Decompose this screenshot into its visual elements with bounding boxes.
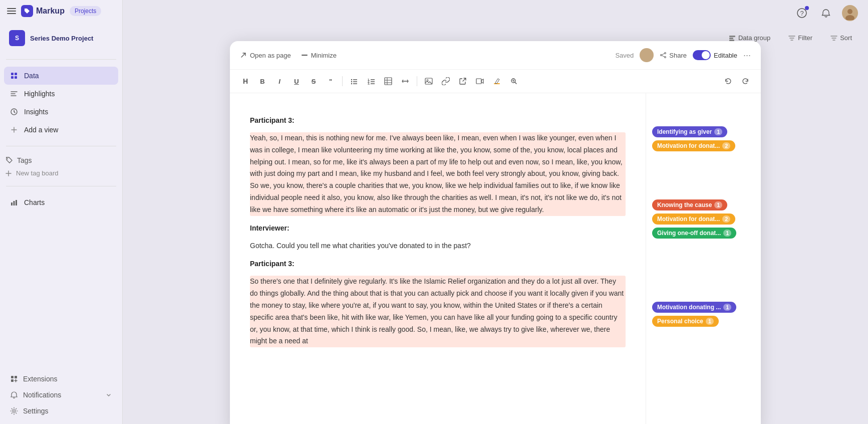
open-as-page-label: Open as page xyxy=(250,52,291,59)
svg-point-27 xyxy=(351,83,352,84)
quote-button[interactable]: " xyxy=(323,74,338,89)
tag-count: 1 xyxy=(723,304,731,311)
redo-button[interactable] xyxy=(738,74,753,89)
tag-label: Motivation for donat... xyxy=(657,216,720,223)
sidebar-item-extensions[interactable]: Extensions xyxy=(5,371,117,387)
svg-point-33 xyxy=(427,80,428,81)
external-link-button[interactable] xyxy=(455,74,470,89)
heading-button[interactable]: H xyxy=(238,74,253,89)
svg-rect-21 xyxy=(302,55,308,56)
data-group-icon xyxy=(729,35,736,42)
doc-avatar xyxy=(640,48,654,62)
filter-button[interactable]: Filter xyxy=(782,31,818,45)
tag-label: Personal choice xyxy=(657,318,703,325)
interviewer-label: Interviewer: xyxy=(250,224,626,232)
menu-icon[interactable] xyxy=(7,8,16,14)
notifications-label: Notifications xyxy=(23,391,61,399)
sidebar-item-insights[interactable]: Insights xyxy=(4,103,118,121)
tag-count: 2 xyxy=(722,142,730,149)
divider-button[interactable] xyxy=(398,74,413,89)
video-button[interactable] xyxy=(472,74,487,89)
highlight-button[interactable] xyxy=(489,74,504,89)
share-button[interactable]: Share xyxy=(660,52,687,59)
sidebar-bottom: Extensions Notifications Settings xyxy=(0,366,122,424)
tags-header[interactable]: Tags xyxy=(5,153,117,167)
add-view-icon xyxy=(9,125,19,135)
svg-rect-0 xyxy=(11,73,14,75)
app-name: Markup xyxy=(36,7,65,16)
topbar-actions: ? xyxy=(794,5,858,21)
italic-button[interactable]: I xyxy=(272,74,287,89)
tag-identifying-as-giver[interactable]: Identifying as giver 1 xyxy=(652,126,755,140)
tag-personal-choice[interactable]: Personal choice 1 xyxy=(652,316,755,330)
modal-header: Open as page Minimize Saved Share xyxy=(230,41,761,70)
bold-button[interactable]: B xyxy=(255,74,270,89)
search-replace-button[interactable] xyxy=(506,74,521,89)
table-button[interactable] xyxy=(381,74,396,89)
modal-header-right: Saved Share Editable ··· xyxy=(615,48,751,62)
data-label: Data xyxy=(24,72,39,80)
svg-rect-34 xyxy=(476,79,481,84)
undo-button[interactable] xyxy=(721,74,736,89)
toggle-track[interactable] xyxy=(693,50,711,60)
tag-count: 1 xyxy=(723,230,731,237)
open-as-page-icon xyxy=(240,52,247,59)
sort-button[interactable]: Sort xyxy=(824,31,858,45)
series-title: Series Demo Project xyxy=(30,35,93,42)
strikethrough-button[interactable]: S xyxy=(306,74,321,89)
sidebar-item-data[interactable]: Data xyxy=(4,67,118,85)
image-button[interactable] xyxy=(421,74,436,89)
user-avatar[interactable] xyxy=(842,5,858,21)
charts-label: Charts xyxy=(24,198,45,206)
sidebar-item-highlights[interactable]: Highlights xyxy=(4,85,118,103)
notifications-bell-icon[interactable] xyxy=(818,5,834,21)
participant-label-2: Participant 3: xyxy=(250,260,626,268)
tag-label: Motivation for donat... xyxy=(657,142,720,149)
open-as-page-button[interactable]: Open as page xyxy=(240,52,291,59)
settings-label: Settings xyxy=(23,407,49,415)
tag-giving-one-off[interactable]: Giving one-off donat... 1 xyxy=(652,228,755,242)
tag-motivation-donat-2[interactable]: Motivation for donat... 2 xyxy=(652,214,755,228)
svg-rect-6 xyxy=(11,202,13,205)
projects-badge[interactable]: Projects xyxy=(70,6,101,16)
editable-toggle[interactable]: Editable xyxy=(693,50,737,60)
link-button[interactable] xyxy=(438,74,453,89)
modal-toolbar: H B I U S " 1.2.3. xyxy=(230,70,761,93)
svg-rect-2 xyxy=(11,76,14,79)
svg-point-16 xyxy=(847,9,852,14)
series-item[interactable]: S Series Demo Project xyxy=(4,26,118,50)
svg-point-12 xyxy=(13,410,16,412)
more-options-button[interactable]: ··· xyxy=(743,50,751,61)
tag-knowing-the-cause[interactable]: Knowing the cause 1 xyxy=(652,199,755,214)
tags-label: Tags xyxy=(17,156,32,164)
modal-body: Participant 3: Yeah, so, I mean, this is… xyxy=(230,93,761,424)
tag-icon xyxy=(5,156,13,164)
tag-motivation-donating[interactable]: Motivation donating ... 1 xyxy=(652,302,755,316)
svg-rect-11 xyxy=(11,379,14,382)
highlights-icon xyxy=(9,89,19,99)
minimize-button[interactable]: Minimize xyxy=(301,52,337,59)
svg-rect-10 xyxy=(15,376,17,378)
sidebar-item-settings[interactable]: Settings xyxy=(5,403,117,419)
underline-button[interactable]: U xyxy=(289,74,304,89)
svg-rect-7 xyxy=(14,201,15,205)
sidebar-item-add-view[interactable]: Add a view xyxy=(4,121,118,139)
tag-motivation-donat-1[interactable]: Motivation for donat... 2 xyxy=(652,140,755,154)
app-logo: Markup xyxy=(21,5,65,17)
svg-rect-3 xyxy=(15,76,17,79)
new-tag-board-label: New tag board xyxy=(16,169,59,177)
charts-section: Charts xyxy=(0,189,122,216)
notifications-icon xyxy=(10,391,18,399)
highlighted-paragraph-1: Yeah, so, I mean, this is nothing new fo… xyxy=(250,132,626,216)
bullet-list-button[interactable] xyxy=(347,74,362,89)
sidebar-item-notifications[interactable]: Notifications xyxy=(5,387,117,403)
sidebar-item-charts[interactable]: Charts xyxy=(4,193,118,211)
new-tag-board[interactable]: New tag board xyxy=(5,167,117,179)
numbered-list-button[interactable]: 1.2.3. xyxy=(364,74,379,89)
help-icon[interactable]: ? xyxy=(794,5,810,21)
tag-label: Identifying as giver xyxy=(657,128,712,135)
participant-label-1: Participant 3: xyxy=(250,116,626,124)
tag-group-3: Motivation donating ... 1 Personal choic… xyxy=(652,302,755,330)
document-content[interactable]: Participant 3: Yeah, so, I mean, this is… xyxy=(230,93,646,424)
tag-group-1: Identifying as giver 1 Motivation for do… xyxy=(652,126,755,154)
